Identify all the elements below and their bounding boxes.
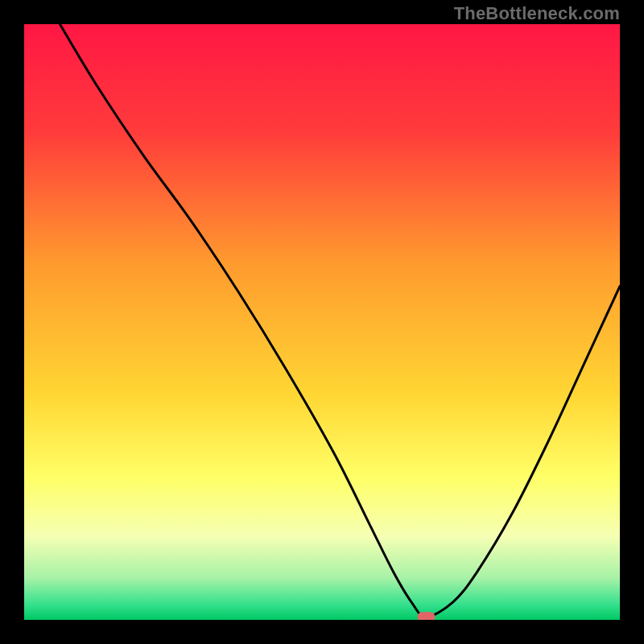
bottleneck-chart <box>24 24 620 620</box>
chart-frame: TheBottleneck.com <box>0 0 644 644</box>
optimal-point-marker <box>418 612 436 620</box>
gradient-background <box>24 24 620 620</box>
watermark-text: TheBottleneck.com <box>454 3 620 24</box>
